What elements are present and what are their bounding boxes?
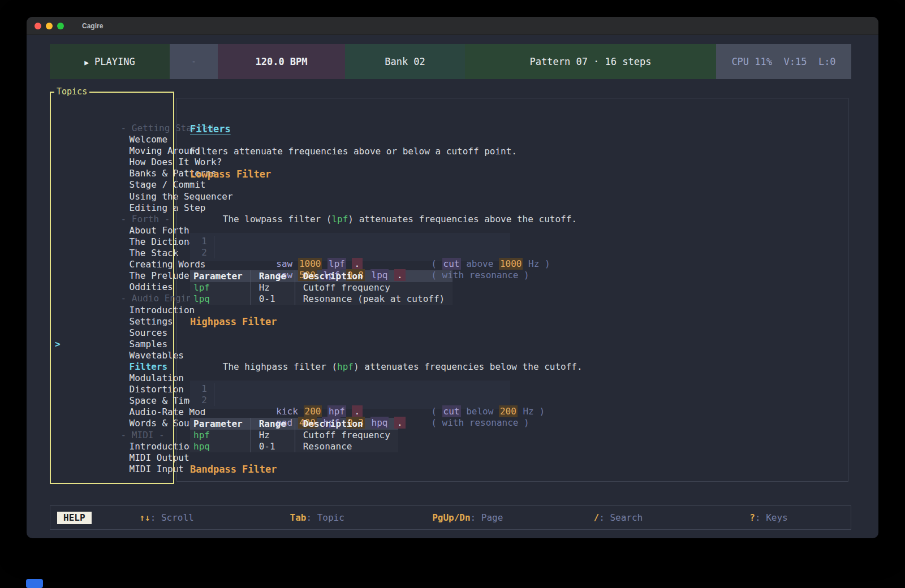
code-comment: ( cut above 1000 Hz ) [377,236,550,247]
selection-arrow-icon: > [55,339,61,350]
table-row: lpq 0-1 Resonance (peak at cutoff) [190,293,453,305]
topic-item[interactable]: The Stack [51,225,173,236]
key-hint-key: ↑↓ [139,512,150,523]
table-row: hpq 0-1 Resonance [190,441,398,452]
line-number-divider [214,395,222,406]
help-content-panel[interactable]: Filters Filters attenuate frequencies ab… [176,98,848,482]
column-header: Parameter [190,270,251,282]
topic-item[interactable]: Sources [51,305,173,316]
line-number: 2 [190,247,207,258]
topic-item[interactable]: About Forth [51,202,173,214]
topic-item[interactable]: Banks & Patterns [51,145,173,157]
transport-status: ▶ PLAYING [50,44,170,79]
key-hints: ↑↓: Scroll Tab: Topic PgUp/Dn: Page /: S… [92,512,844,523]
topic-item[interactable]: Introduction [51,418,173,430]
topics-list: - Getting Started - Welcome Moving Aroun… [51,93,173,452]
column-header: Parameter [190,418,251,430]
topic-item[interactable]: Welcome [51,111,173,123]
topic-item[interactable]: > Filters [51,339,173,350]
topic-item[interactable]: Wavetables [51,327,173,339]
line-number: 1 [190,383,207,395]
code-comment: ( with resonance ) [377,395,529,406]
lowpass-heading: Lowpass Filter [190,168,848,180]
key-hint: Tab: Topic [242,512,393,523]
close-button[interactable] [35,23,41,29]
key-hint: PgUp/Dn: Page [393,512,543,523]
topic-item[interactable]: How Does It Work? [51,134,173,145]
cpu-stats: CPU 11% V:15 L:0 [716,44,851,79]
background-window-fragment [26,579,43,588]
code-comment: ( cut below 200 Hz ) [377,383,545,395]
code-line: 1 kick 200 hpf . ( cut below 200 Hz ) [190,383,510,395]
code-line: 2 pad 400 hpf 0.3 hpq . ( with resonance… [190,395,510,406]
topic-item: - Getting Started - [51,100,173,111]
topic-item[interactable]: Samples [51,316,173,327]
topic-item[interactable]: Distortion [51,361,173,373]
topic-item[interactable]: Creating Words [51,236,173,248]
window-titlebar[interactable]: Cagire [27,17,878,35]
minimize-button[interactable] [46,23,53,29]
lowpass-code-block: 1 saw 1000 lpf . ( cut above 1000 Hz ) 2… [190,233,510,261]
topic-item[interactable]: Settings [51,293,173,305]
code-line: 1 saw 1000 lpf . ( cut above 1000 Hz ) [190,236,510,247]
bandpass-heading: Bandpass Filter [190,464,848,475]
key-hint-action: : Keys [755,512,788,523]
highpass-description: The highpass filter (hpf) attenuates fre… [190,339,848,373]
topic-item[interactable]: Words & Sounds [51,395,173,407]
key-hint-action: : Page [471,512,503,523]
app-window: Cagire ▶ PLAYING - 120.0 BPM Bank 02 Pat… [27,17,878,538]
key-hint-action: : Scroll [150,512,194,523]
transport-label: PLAYING [94,56,135,67]
lowpass-description: The lowpass filter (lpf) attenuates freq… [190,191,848,225]
topic-item[interactable]: Audio-Rate Mod [51,384,173,395]
topic-item[interactable]: Space & Time [51,373,173,384]
key-hint: ↑↓: Scroll [92,512,242,523]
highpass-heading: Highpass Filter [190,316,848,327]
line-number-divider [214,383,222,395]
topic-item[interactable]: Introduction [51,282,173,293]
topic-item[interactable]: Oddities [51,259,173,270]
bpm-display: 120.0 BPM [218,44,345,79]
window-body: ▶ PLAYING - 120.0 BPM Bank 02 Pattern 07… [27,35,878,538]
code-tokens: kick 200 hpf . [222,383,377,395]
topics-panel: Topics - Getting Started - Welcome [50,92,174,484]
table-row: hpf Hz Cutoff frequency [190,430,398,441]
key-hint-key: ? [749,512,755,523]
pattern-display: Pattern 07 · 16 steps [465,44,716,79]
highpass-code-block: 1 kick 200 hpf . ( cut below 200 Hz ) 2 … [190,381,510,409]
line-number-divider [214,247,222,258]
key-hint: /: Search [543,512,693,523]
mode-badge: HELP [57,512,92,524]
status-placeholder: - [170,44,218,79]
status-bar: ▶ PLAYING - 120.0 BPM Bank 02 Pattern 07… [50,44,851,79]
key-hint-key: / [594,512,600,523]
topic-item[interactable]: Stage / Commit [51,157,173,168]
topic-item[interactable]: The Prelude [51,248,173,259]
topic-item[interactable]: Using the Sequencer [51,168,173,180]
code-line: 2 saw 500 lpf 0.8 lpq . ( with resonance… [190,247,510,258]
key-hint: ?: Keys [693,512,844,523]
topic-item[interactable]: MIDI Output [51,430,173,441]
key-hint-key: Tab [290,512,307,523]
play-icon: ▶ [84,58,89,67]
code-tokens: saw 500 lpf 0.8 lpq . [222,247,377,258]
topic-item[interactable]: Modulation [51,350,173,361]
zoom-button[interactable] [57,23,64,29]
window-title: Cagire [82,22,103,30]
help-bar: HELP ↑↓: Scroll Tab: Topic PgUp/Dn: Page [50,505,851,530]
topic-item: - Forth - [51,191,173,202]
topics-panel-title: Topics [54,87,89,97]
line-number: 2 [190,395,207,406]
bank-display: Bank 02 [345,44,465,79]
code-tokens: pad 400 hpf 0.3 hpq . [222,395,377,406]
topic-item[interactable]: The Dictionary [51,214,173,225]
key-hint-key: PgUp/Dn [432,512,470,523]
table-row: lpf Hz Cutoff frequency [190,282,453,293]
topic-item[interactable]: Editing a Step [51,180,173,191]
key-hint-action: : Search [599,512,643,523]
intro-paragraph: Filters attenuate frequencies above or b… [190,146,848,157]
topic-item[interactable]: MIDI Input [51,441,173,452]
topic-item[interactable]: Moving Around [51,123,173,134]
page-title: Filters [190,123,231,135]
line-number: 1 [190,236,207,247]
